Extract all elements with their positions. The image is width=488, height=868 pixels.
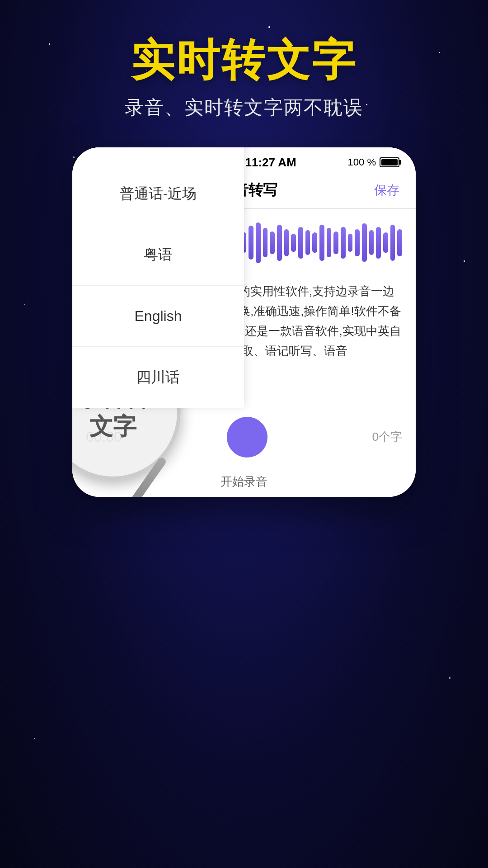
wave-bar [291, 234, 296, 252]
phone-wrapper: Applidium 📶 11:27 AM 100 % ‹ 实时语音转写 保存 [0, 147, 488, 497]
save-button[interactable]: 保存 [374, 182, 399, 199]
status-time: 11:27 AM [245, 156, 296, 170]
status-right: 100 % [348, 156, 399, 168]
wave-bar [263, 228, 268, 257]
wave-bar [390, 225, 395, 261]
char-count: 0个字 [372, 429, 402, 445]
wave-bar [369, 230, 374, 255]
wave-bar [348, 234, 353, 252]
language-dropdown[interactable]: 普通话-远场普通话-近场粤语English四川话 [72, 147, 244, 408]
magnifier-line2: 文字 [89, 413, 136, 439]
wave-bar [355, 229, 360, 256]
wave-bar [256, 222, 261, 263]
dropdown-item-1[interactable]: 普通话-近场 [72, 163, 244, 224]
wave-bar [327, 228, 332, 257]
wave-bar [249, 226, 253, 259]
wave-bar [333, 231, 338, 254]
wave-bar [277, 225, 282, 261]
wave-bar [397, 229, 402, 256]
start-label: 开始录音 [221, 475, 267, 488]
wave-bar [305, 230, 310, 255]
magnifier-handle [130, 456, 168, 496]
hero-title: 实时转文字 [0, 36, 488, 84]
dropdown-item-4[interactable]: 四川话 [72, 347, 244, 407]
star [34, 738, 35, 739]
battery-bar [380, 157, 399, 167]
wave-bar [383, 232, 388, 253]
wave-bar [341, 227, 346, 259]
star [449, 677, 450, 679]
wave-bar [362, 223, 367, 262]
phone-mockup: Applidium 📶 11:27 AM 100 % ‹ 实时语音转写 保存 [72, 147, 416, 497]
wave-bar [284, 229, 289, 256]
wave-bar [319, 225, 324, 261]
hero-section: 实时转文字 录音、实时转文字两不耽误 [0, 0, 488, 120]
wave-bar [376, 227, 381, 259]
hero-subtitle: 录音、实时转文字两不耽误 [0, 95, 488, 120]
battery-percent: 100 % [348, 156, 376, 168]
dropdown-item-0[interactable]: 普通话-远场 [72, 147, 244, 163]
wave-bar [312, 232, 317, 253]
record-button[interactable] [227, 417, 267, 458]
dropdown-item-3[interactable]: English [72, 286, 244, 347]
content-area: 是一款支持实时录音转换文字的实用性软件,支持边录音一边转，工作录音文件进行文字转… [72, 272, 416, 408]
wave-bar [298, 227, 303, 259]
wave-bar [270, 231, 275, 254]
battery-icon [380, 157, 399, 167]
battery-fill [381, 159, 398, 165]
dropdown-item-2[interactable]: 粤语 [72, 224, 244, 285]
